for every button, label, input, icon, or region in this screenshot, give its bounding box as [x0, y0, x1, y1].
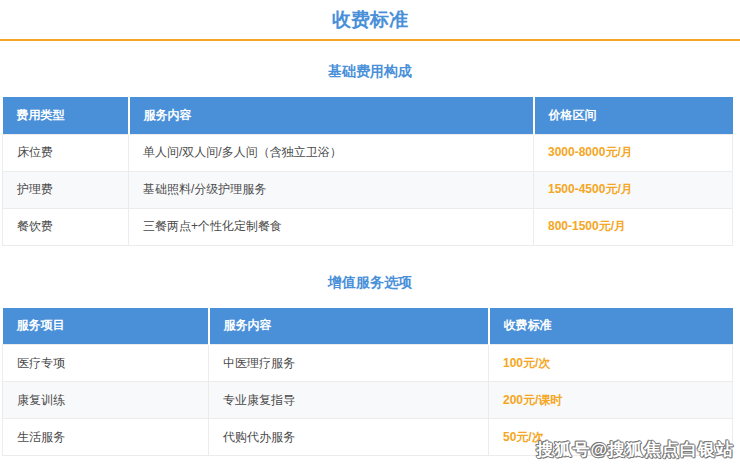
cell-fee-type: 护理费 — [3, 171, 129, 208]
table-row: 康复训练 专业康复指导 200元/课时 — [3, 382, 733, 419]
section-subtitle-basic-fees: 基础费用构成 — [0, 62, 740, 80]
page-title: 收费标准 — [0, 0, 740, 31]
cell-service-content: 代购代办服务 — [209, 419, 489, 456]
table-row: 护理费 基础照料/分级护理服务 1500-4500元/月 — [3, 171, 733, 208]
header-cell-fee-standard: 收费标准 — [489, 308, 733, 345]
watermark: 搜狐号@搜狐焦点白银站 — [536, 438, 734, 461]
title-divider — [0, 39, 740, 41]
section-value-added-services: 增值服务选项 服务项目 服务内容 收费标准 医疗专项 中医理疗服务 100元/次… — [0, 273, 740, 457]
value-added-services-table: 服务项目 服务内容 收费标准 医疗专项 中医理疗服务 100元/次 康复训练 专… — [2, 308, 733, 457]
table-row: 餐饮费 三餐两点+个性化定制餐食 800-1500元/月 — [3, 208, 733, 245]
cell-service-item: 生活服务 — [3, 419, 209, 456]
header-cell-price-range: 价格区间 — [534, 97, 733, 134]
cell-price: 3000-8000元/月 — [534, 134, 733, 171]
table-row: 医疗专项 中医理疗服务 100元/次 — [3, 345, 733, 382]
cell-service-item: 医疗专项 — [3, 345, 209, 382]
cell-price: 800-1500元/月 — [534, 208, 733, 245]
table-row: 床位费 单人间/双人间/多人间（含独立卫浴） 3000-8000元/月 — [3, 134, 733, 171]
cell-service-content: 单人间/双人间/多人间（含独立卫浴） — [129, 134, 534, 171]
header-cell-fee-type: 费用类型 — [3, 97, 129, 134]
basic-fees-table: 费用类型 服务内容 价格区间 床位费 单人间/双人间/多人间（含独立卫浴） 30… — [2, 97, 733, 246]
header-cell-service-content: 服务内容 — [129, 97, 534, 134]
cell-service-content: 中医理疗服务 — [209, 345, 489, 382]
cell-price: 1500-4500元/月 — [534, 171, 733, 208]
table-header-row: 服务项目 服务内容 收费标准 — [3, 308, 733, 345]
table-header-row: 费用类型 服务内容 价格区间 — [3, 97, 733, 134]
cell-price: 200元/课时 — [489, 382, 733, 419]
section-basic-fees: 基础费用构成 费用类型 服务内容 价格区间 床位费 单人间/双人间/多人间（含独… — [0, 62, 740, 246]
section-subtitle-value-added: 增值服务选项 — [0, 273, 740, 291]
cell-service-content: 基础照料/分级护理服务 — [129, 171, 534, 208]
cell-service-item: 康复训练 — [3, 382, 209, 419]
cell-service-content: 三餐两点+个性化定制餐食 — [129, 208, 534, 245]
cell-fee-type: 餐饮费 — [3, 208, 129, 245]
header-cell-service-content: 服务内容 — [209, 308, 489, 345]
cell-price: 100元/次 — [489, 345, 733, 382]
cell-service-content: 专业康复指导 — [209, 382, 489, 419]
cell-fee-type: 床位费 — [3, 134, 129, 171]
header-cell-service-item: 服务项目 — [3, 308, 209, 345]
